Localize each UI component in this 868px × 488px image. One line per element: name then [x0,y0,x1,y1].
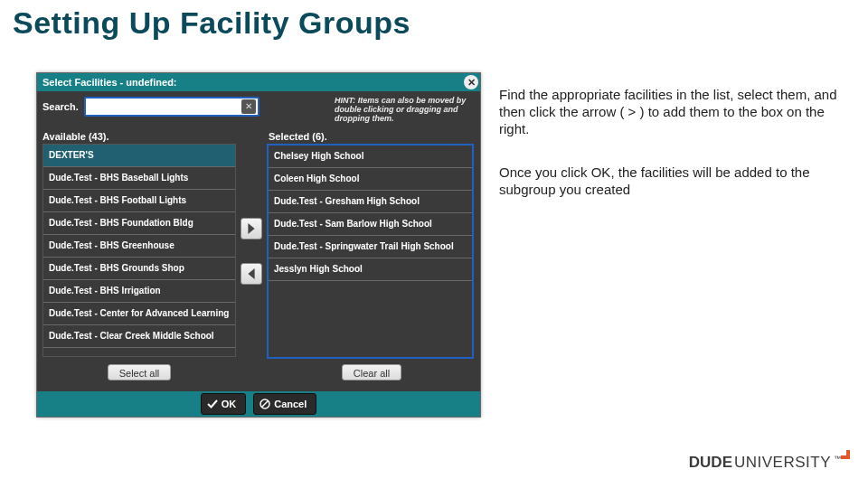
chevron-right-icon [246,223,257,234]
close-icon: ✕ [467,77,476,88]
select-facilities-dialog: Select Facilities - undefined: ✕ Search.… [36,72,481,418]
trademark-symbol: ™ [834,455,841,463]
slide-title: Setting Up Facility Groups [13,5,410,41]
list-item[interactable]: Jesslyn High School [269,258,472,281]
brand-bold: DUDE [689,454,732,472]
list-item[interactable]: Coleen High School [269,168,472,191]
list-item[interactable]: Dude.Test - BHS Foundation Bldg [43,212,235,235]
counts-row: Available (43). Selected (6). [37,129,480,144]
clear-all-button[interactable]: Clear all [342,364,401,380]
list-item[interactable]: Dude.Test - Center for Advanced Learning [43,303,235,325]
search-label: Search. [42,101,79,112]
list-item[interactable]: Dude.Test - BHS Baseball Lights [43,167,235,190]
move-right-button[interactable] [241,218,262,239]
selected-list[interactable]: Chelsey High School Coleen High School D… [267,144,474,359]
corner-mark-icon [841,450,850,459]
available-count-label: Available (43). [42,131,269,142]
list-item[interactable]: Dude.Test - BHS Football Lights [43,190,235,212]
dialog-bottom-bar: OK Cancel [37,391,480,417]
cancel-icon [259,399,270,409]
check-icon [207,399,218,409]
chevron-left-icon [246,268,257,279]
available-list[interactable]: DEXTER'S Dude.Test - BHS Baseball Lights… [42,144,236,357]
list-item[interactable]: Chelsey High School [269,145,472,168]
instruction-paragraph-1: Find the appropriate facilities in the l… [499,87,843,137]
dialog-title: Select Facilities - undefined: [42,77,177,88]
list-item[interactable]: Dude.Test - Gresham High School [269,191,472,213]
search-clear-button[interactable]: ✕ [241,99,256,114]
list-item[interactable]: Dude.Test - Clear Creek Middle School [43,325,235,348]
instruction-text: Find the appropriate facilities in the l… [499,87,843,226]
dialog-title-bar: Select Facilities - undefined: ✕ [37,73,480,91]
move-left-button[interactable] [241,263,262,285]
list-item[interactable]: DEXTER'S [43,145,235,167]
select-clear-row: Select all Clear all [37,359,480,386]
footer-brand: DUDE UNIVERSITY ™ [689,454,841,472]
list-item[interactable]: Dude.Test - Sam Barlow High School [269,213,472,236]
select-all-button[interactable]: Select all [108,364,172,380]
ok-label: OK [222,399,237,409]
search-input[interactable] [88,99,236,117]
instruction-paragraph-2: Once you click OK, the facilities will b… [499,164,843,199]
list-item[interactable]: Dude.Test - BHS Greenhouse [43,235,235,258]
search-box: ✕ [84,97,259,117]
selected-count-label: Selected (6). [269,131,327,142]
transfer-arrows [236,144,267,359]
list-item[interactable]: Dude.Test - BHS Grounds Shop [43,258,235,280]
ok-button[interactable]: OK [201,393,247,415]
hint-text: HINT: Items can also be moved by double … [335,97,475,124]
list-item[interactable]: Dude.Test - BHS Irrigation [43,280,235,303]
lists-area: DEXTER'S Dude.Test - BHS Baseball Lights… [37,144,480,359]
cancel-label: Cancel [274,399,307,409]
svg-line-1 [262,401,269,408]
clear-x-icon: ✕ [245,101,252,111]
list-item[interactable]: Dude.Test - Springwater Trail High Schoo… [269,236,472,258]
brand-light: UNIVERSITY [734,454,831,472]
cancel-button[interactable]: Cancel [253,393,316,415]
close-button[interactable]: ✕ [464,75,478,89]
